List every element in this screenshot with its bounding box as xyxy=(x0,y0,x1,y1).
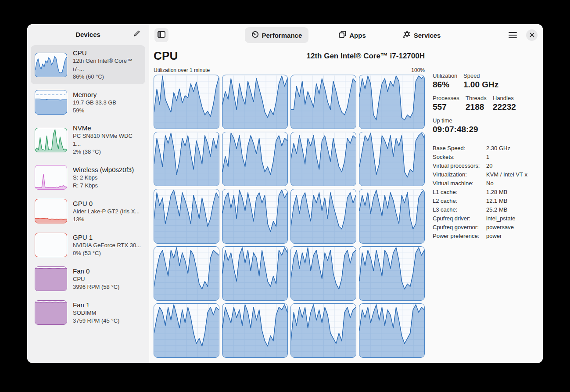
apps-icon xyxy=(339,31,346,40)
detail-row: L3 cache:25.2 MB xyxy=(433,205,538,214)
detail-value: 12.1 MB xyxy=(486,197,538,205)
core-graph-6 xyxy=(222,132,288,186)
detail-value: intel_pstate xyxy=(486,214,538,223)
gpu0-mini-graph xyxy=(35,199,67,223)
page-title: CPU xyxy=(154,49,178,63)
sidebar-title: Devices xyxy=(75,31,100,38)
detail-row: L1 cache:1.28 MB xyxy=(433,188,538,197)
device-title: Memory xyxy=(73,90,116,99)
device-subtitle: NVIDIA GeForce RTX 30... xyxy=(73,241,141,249)
detail-label: Cpufreq driver: xyxy=(433,214,486,223)
sidebar-item-wireless[interactable]: Wireless (wlp0s20f3)S: 2 KbpsR: 7 Kbps xyxy=(31,162,145,193)
cpu-stats-panel: Utilization 86% Speed 1.00 GHz Processes… xyxy=(425,46,538,358)
gpu1-mini-graph xyxy=(35,233,67,257)
per-core-utilization-grid xyxy=(154,75,425,358)
graph-caption: Utilization over 1 minute xyxy=(154,67,210,73)
close-button[interactable] xyxy=(526,29,538,41)
core-graph-2 xyxy=(222,75,288,129)
core-graph-9 xyxy=(154,189,219,243)
detail-row: Cpufreq governor:powersave xyxy=(433,223,538,232)
detail-row: Cpufreq driver:intel_pstate xyxy=(433,214,538,223)
sidebar-item-cpu[interactable]: CPU12th Gen Intel® Core™ i7-...86% (60 °… xyxy=(31,45,145,84)
performance-content: CPU 12th Gen Intel® Core™ i7-12700H Util… xyxy=(149,46,543,363)
core-graph-19 xyxy=(290,303,356,358)
tab-apps-label: Apps xyxy=(349,32,366,39)
graph-max-label: 100% xyxy=(411,67,425,73)
core-graph-16 xyxy=(359,246,425,301)
device-subtitle: CPU xyxy=(73,275,119,283)
core-graph-11 xyxy=(290,189,356,243)
window-controls xyxy=(506,29,538,42)
detail-value: 20 xyxy=(486,162,538,170)
services-gear-icon xyxy=(403,31,411,40)
device-status: 13% xyxy=(73,216,140,223)
sidebar: Devices CPU12th Gen Intel® Core™ i7-...8… xyxy=(27,24,149,363)
device-subtitle: SODIMM xyxy=(73,309,119,317)
view-tabs: Performance Apps xyxy=(149,24,543,46)
detail-row: Sockets:1 xyxy=(433,153,538,162)
nvme-mini-graph xyxy=(35,128,67,152)
sidebar-toggle-button[interactable] xyxy=(154,28,168,42)
tab-services[interactable]: Services xyxy=(396,27,448,43)
device-status: 86% (60 °C) xyxy=(73,73,141,81)
cpu-model-name: 12th Gen Intel® Core™ i7-12700H xyxy=(178,52,425,61)
device-status: 3759 RPM (45 °C) xyxy=(73,317,119,325)
detail-label: L1 cache: xyxy=(433,188,486,197)
hamburger-menu-button[interactable] xyxy=(506,29,519,42)
stat-utilization: Utilization 86% xyxy=(433,72,463,90)
device-title: GPU 1 xyxy=(73,233,141,241)
fan0-mini-graph xyxy=(35,266,67,291)
detail-row: Virtual machine:No xyxy=(433,179,538,188)
stat-threads: Threads 2188 xyxy=(466,95,493,112)
detail-value: 25.2 MB xyxy=(486,205,538,214)
device-status: 3996 RPM (58 °C) xyxy=(73,283,119,291)
speedometer-icon xyxy=(251,31,259,40)
device-title: NVMe xyxy=(73,124,141,132)
tab-performance[interactable]: Performance xyxy=(245,27,309,43)
detail-label: Base Speed: xyxy=(433,144,486,153)
detail-label: Sockets: xyxy=(433,153,486,162)
stat-speed: Speed 1.00 GHz xyxy=(463,72,498,90)
device-subtitle: PC SN810 NVMe WDC 1... xyxy=(73,132,141,148)
core-graph-20 xyxy=(359,303,425,358)
detail-row: Virtualization:KVM / Intel VT-x xyxy=(433,170,538,179)
device-title: Fan 0 xyxy=(73,267,119,275)
edit-devices-button[interactable] xyxy=(130,28,143,40)
detail-row: Power preference:power xyxy=(433,232,538,241)
sidebar-item-fan0[interactable]: Fan 0CPU3996 RPM (58 °C) xyxy=(31,263,145,295)
detail-row: Base Speed:2.30 GHz xyxy=(433,144,538,153)
core-graph-12 xyxy=(359,189,425,243)
device-status: 2% (38 °C) xyxy=(73,148,141,156)
detail-value: power xyxy=(486,232,538,241)
core-graph-4 xyxy=(359,75,425,129)
core-graph-10 xyxy=(222,189,288,243)
wireless-mini-graph xyxy=(35,165,67,190)
tab-services-label: Services xyxy=(414,32,441,39)
device-title: Wireless (wlp0s20f3) xyxy=(73,165,134,174)
memory-mini-graph xyxy=(35,90,67,115)
stat-handles: Handles 22232 xyxy=(493,95,516,112)
sidebar-item-gpu0[interactable]: GPU 0Alder Lake-P GT2 (Iris X...13% xyxy=(31,195,145,227)
core-graph-3 xyxy=(290,75,356,129)
cpu-graphs-column: CPU 12th Gen Intel® Core™ i7-12700H Util… xyxy=(154,46,425,358)
core-graph-18 xyxy=(222,303,288,358)
sidebar-item-nvme[interactable]: NVMePC SN810 NVMe WDC 1...2% (38 °C) xyxy=(31,120,145,159)
device-status: R: 7 Kbps xyxy=(73,182,134,190)
sidebar-item-memory[interactable]: Memory19.7 GB 33.3 GB59% xyxy=(31,86,145,118)
core-graph-1 xyxy=(154,75,219,129)
sidebar-item-fan1[interactable]: Fan 1SODIMM3759 RPM (45 °C) xyxy=(31,297,145,328)
core-graph-5 xyxy=(154,132,219,186)
tab-apps[interactable]: Apps xyxy=(332,27,373,43)
detail-label: Cpufreq governor: xyxy=(433,223,486,232)
core-graph-8 xyxy=(359,132,425,186)
sidebar-item-gpu1[interactable]: GPU 1NVIDIA GeForce RTX 30...0% (53 °C) xyxy=(31,229,145,261)
stat-uptime: Up time 09:07:48:29 xyxy=(433,117,478,134)
device-title: Fan 1 xyxy=(73,301,119,309)
sidebar-header: Devices xyxy=(27,24,149,44)
core-graph-14 xyxy=(222,246,288,301)
device-list: CPU12th Gen Intel® Core™ i7-...86% (60 °… xyxy=(27,44,149,363)
detail-row: Virtual processors:20 xyxy=(433,162,538,170)
device-subtitle: S: 2 Kbps xyxy=(73,174,134,182)
header-bar: Performance Apps xyxy=(149,24,543,46)
device-title: GPU 0 xyxy=(73,199,140,208)
